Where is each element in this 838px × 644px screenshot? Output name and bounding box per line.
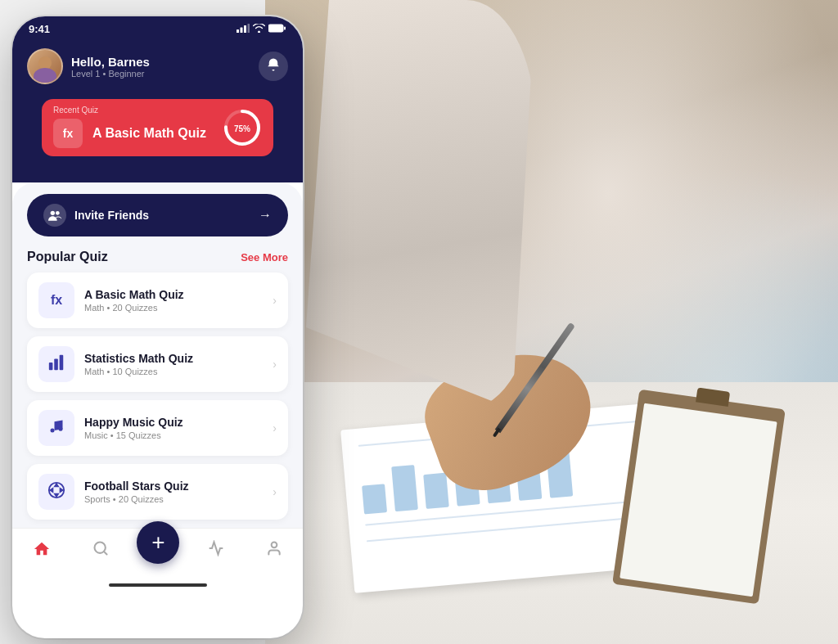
quiz-icon-stats [38,346,74,382]
notification-button[interactable] [259,52,288,81]
status-bar: 9:41 [12,16,303,40]
quiz-meta: Math • 10 Quizzes [84,367,263,376]
nav-search[interactable] [79,537,122,564]
quiz-icon-math: fx [38,282,74,318]
quiz-icon-music [38,410,74,446]
nav-stats[interactable] [195,537,237,564]
invite-friends-button[interactable]: Invite Friends → [27,194,288,236]
plus-icon: + [151,531,164,554]
quiz-name: Football Stars Quiz [84,480,263,493]
clipboard-paper [619,403,777,597]
signal-icon [237,23,250,35]
recent-quiz-name: A Basic Math Quiz [92,126,206,141]
recent-label: Recent Quiz [53,106,98,115]
quiz-item[interactable]: Happy Music Quiz Music • 15 Quizzes › [27,400,288,456]
quiz-meta: Math • 20 Quizzes [84,303,263,313]
svg-point-15 [59,426,63,430]
quiz-item[interactable]: Football Stars Quiz Sports • 20 Quizzes … [27,464,288,520]
svg-rect-2 [244,25,246,33]
see-more-button[interactable]: See More [241,251,288,263]
svg-point-14 [51,428,55,432]
quiz-name: Statistics Math Quiz [84,352,263,365]
search-icon [92,540,109,561]
quiz-info: A Basic Math Quiz Math • 20 Quizzes [84,288,263,313]
quiz-info: Happy Music Quiz Music • 15 Quizzes [84,416,263,440]
content-area: Invite Friends → Popular Quiz See More f… [12,182,303,528]
clipboard [612,390,786,605]
nav-home[interactable] [20,537,64,564]
svg-rect-5 [284,27,286,30]
svg-rect-13 [60,354,64,369]
quiz-item[interactable]: Statistics Math Quiz Math • 10 Quizzes › [27,336,288,392]
stats-icon [47,354,65,375]
progress-circle: 75% [223,108,262,147]
fx-icon: fx [63,127,73,140]
music-icon [48,418,65,439]
soccer-icon [47,481,65,503]
bell-icon [266,57,281,75]
recent-quiz-icon: fx [53,119,83,148]
quiz-item[interactable]: fx A Basic Math Quiz Math • 20 Quizzes › [27,272,288,328]
bar-chart-bar [391,465,418,511]
quiz-icon-sports [38,474,74,510]
greeting-text: Hello, Barnes [71,55,150,69]
quiz-name: Happy Music Quiz [84,416,263,429]
home-icon [33,540,51,561]
bar-chart-bar [362,484,387,514]
svg-rect-12 [54,358,58,370]
invite-left: Invite Friends [43,204,149,227]
wifi-icon [253,23,265,35]
phone-wrapper: 9:41 [12,16,303,638]
svg-rect-11 [49,363,53,370]
svg-rect-4 [268,25,283,32]
home-indicator [109,583,207,587]
popular-quiz-title: Popular Quiz [27,250,108,264]
nav-profile[interactable] [253,537,295,564]
fx-math-icon: fx [51,293,62,308]
quiz-info: Football Stars Quiz Sports • 20 Quizzes [84,480,263,504]
svg-rect-3 [248,24,250,33]
chevron-right-icon: › [273,358,277,371]
user-info: Hello, Barnes Level 1 • Beginner [27,48,150,84]
section-header: Popular Quiz See More [27,250,288,264]
battery-icon [268,23,286,35]
invite-arrow-icon: → [259,208,272,223]
profile-icon [266,540,282,561]
quiz-meta: Music • 15 Quizzes [84,430,263,440]
user-level: Level 1 • Beginner [71,69,150,79]
home-indicator-area [12,577,303,593]
chevron-right-icon: › [273,421,277,435]
fab-add-button[interactable]: + [137,521,179,564]
svg-point-18 [271,543,277,548]
quiz-name: A Basic Math Quiz [84,288,263,301]
chevron-right-icon: › [273,485,277,498]
invite-icon [43,204,66,227]
signal-icons [237,23,286,35]
svg-point-10 [56,211,60,215]
svg-rect-1 [241,28,243,34]
app-header: Hello, Barnes Level 1 • Beginner [12,40,303,99]
chevron-right-icon: › [273,294,277,307]
svg-point-9 [51,211,55,215]
background-photo [265,0,838,644]
bottom-navigation: + [12,528,303,577]
status-time: 9:41 [29,23,50,35]
svg-text:75%: 75% [234,124,250,133]
quiz-info: Statistics Math Quiz Math • 10 Quizzes [84,352,263,376]
invite-text: Invite Friends [74,209,149,222]
recent-quiz-card[interactable]: Recent Quiz fx A Basic Math Quiz 75% [42,99,273,156]
recent-quiz-section: Recent Quiz fx A Basic Math Quiz 75% [12,99,303,182]
quiz-meta: Sports • 20 Quizzes [84,494,263,504]
phone-mockup: 9:41 [12,16,303,638]
chart-icon [208,540,224,561]
user-text: Hello, Barnes Level 1 • Beginner [71,55,150,79]
bar-chart-bar [423,473,449,509]
avatar [27,48,63,84]
svg-rect-0 [237,29,239,33]
